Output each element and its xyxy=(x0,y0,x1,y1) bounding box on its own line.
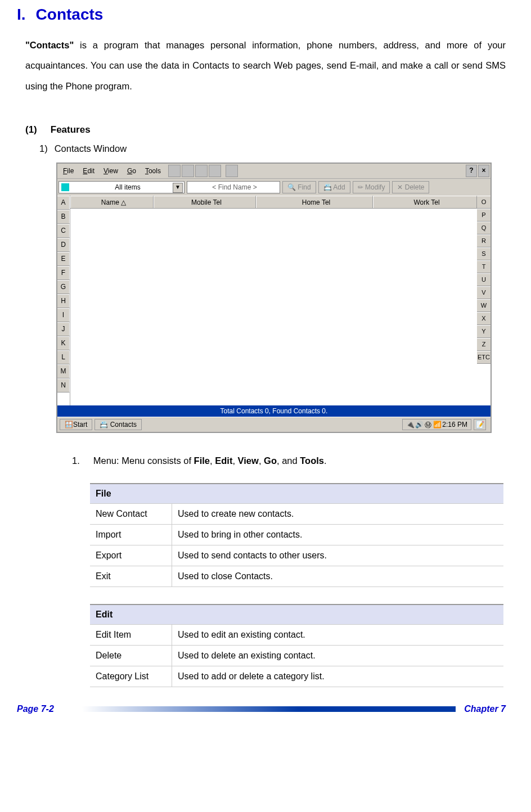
letter-button[interactable]: E xyxy=(57,252,70,266)
letter-button[interactable]: W xyxy=(477,299,490,312)
column-name[interactable]: Name △ xyxy=(70,196,154,208)
chevron-down-icon[interactable]: ▼ xyxy=(173,183,183,193)
main-title: I.Contacts xyxy=(17,6,506,24)
letter-button[interactable]: N xyxy=(57,378,70,393)
show-desktop-button[interactable]: 📝 xyxy=(474,419,486,430)
list-item: 1)Contacts Window xyxy=(39,143,506,154)
table-row: DeleteUsed to delete an existing contact… xyxy=(90,645,503,666)
description: "Contacts" is a program that manages per… xyxy=(25,35,506,96)
taskbar-app[interactable]: 📇 Contacts xyxy=(94,419,142,430)
toolbar-icon[interactable] xyxy=(195,165,208,177)
menu-go[interactable]: Go xyxy=(123,165,141,177)
desc-bold: "Contacts" xyxy=(25,40,74,50)
letter-button[interactable]: Y xyxy=(477,325,490,338)
letter-button[interactable]: H xyxy=(57,294,70,308)
table-row: ExportUsed to send contacts to other use… xyxy=(90,545,503,566)
clock: 2:16 PM xyxy=(442,421,467,428)
menu-view[interactable]: View xyxy=(99,165,123,177)
add-button[interactable]: 📇 Add xyxy=(318,181,350,193)
letter-button[interactable]: Q xyxy=(477,222,490,234)
find-button[interactable]: 🔍 Find xyxy=(282,181,316,193)
taskbar: 🪟Start 📇 Contacts 🔌 🔊 Ⓜ 📶 2:16 PM 📝 xyxy=(57,417,490,432)
statusbar: Total Contacts 0, Found Contacts 0. xyxy=(57,405,490,417)
page-footer: Page 7-2 Chapter 7 xyxy=(0,704,531,723)
help-button[interactable]: ? xyxy=(466,165,477,177)
page-number: Page 7-2 xyxy=(17,704,54,714)
table-header: Name △ Mobile Tel Home Tel Work Tel xyxy=(70,196,477,209)
item-text: Contacts Window xyxy=(55,143,127,154)
menu-tools[interactable]: Tools xyxy=(141,165,165,177)
column-work[interactable]: Work Tel xyxy=(373,196,477,208)
contacts-window: File Edit View Go Tools ? × xyxy=(56,163,492,433)
tray-icon[interactable]: 🔊 xyxy=(415,421,423,428)
letter-button[interactable]: P xyxy=(477,209,490,222)
letter-button[interactable]: L xyxy=(57,350,70,364)
column-mobile[interactable]: Mobile Tel xyxy=(154,196,256,208)
letter-button[interactable]: I xyxy=(57,308,70,322)
desc-text: is a program that manages personal infor… xyxy=(25,40,506,91)
letter-button[interactable]: R xyxy=(477,234,490,247)
letter-button[interactable]: B xyxy=(57,210,70,224)
file-menu-table: File New ContactUsed to create new conta… xyxy=(90,483,503,587)
letter-button[interactable]: Z xyxy=(477,338,490,351)
filter-text: All items xyxy=(115,183,140,191)
letter-button[interactable]: T xyxy=(477,260,490,273)
contacts-table: Name △ Mobile Tel Home Tel Work Tel xyxy=(70,196,477,405)
letter-button[interactable]: D xyxy=(57,238,70,252)
letter-button[interactable]: ETC xyxy=(477,351,490,364)
toolbar-icon[interactable] xyxy=(182,165,194,177)
screenshot-container: File Edit View Go Tools ? × xyxy=(17,163,506,433)
delete-button[interactable]: ✕ Delete xyxy=(392,181,429,193)
letter-button[interactable]: M xyxy=(57,364,70,378)
table-body xyxy=(70,209,477,405)
letter-button[interactable]: V xyxy=(477,286,490,299)
menu-file[interactable]: File xyxy=(58,165,78,177)
toolbar-icon[interactable] xyxy=(226,165,238,177)
search-input[interactable]: < Find Name > xyxy=(187,181,280,193)
menubar-icons xyxy=(168,165,238,177)
subsection-text: Features xyxy=(51,124,91,135)
close-button[interactable]: × xyxy=(478,165,489,177)
modify-button[interactable]: ✏ Modify xyxy=(353,181,390,193)
letter-button[interactable]: K xyxy=(57,336,70,350)
toolbar: All items ▼ < Find Name > 🔍 Find 📇 Add ✏… xyxy=(57,178,490,196)
letter-button[interactable]: O xyxy=(477,196,490,209)
letter-button[interactable]: A xyxy=(57,196,70,210)
letter-button[interactable]: G xyxy=(57,280,70,294)
filter-icon xyxy=(61,183,69,191)
letter-button[interactable]: S xyxy=(477,247,490,260)
letter-button[interactable]: U xyxy=(477,273,490,286)
letter-button[interactable]: F xyxy=(57,266,70,280)
table-row: New ContactUsed to create new contacts. xyxy=(90,503,503,524)
letter-button[interactable]: J xyxy=(57,322,70,336)
tray-icon[interactable]: 🔌 xyxy=(406,421,414,428)
table-row: ImportUsed to bring in other contacts. xyxy=(90,524,503,545)
tray-icon[interactable]: Ⓜ xyxy=(424,421,432,428)
letter-index-right: O P Q R S T U V W X Y Z ETC xyxy=(477,196,490,405)
menubar: File Edit View Go Tools ? × xyxy=(57,164,490,178)
menu-edit[interactable]: Edit xyxy=(78,165,99,177)
table-row: Category ListUsed to add or delete a cat… xyxy=(90,666,503,687)
section-number: I. xyxy=(17,6,26,23)
start-button[interactable]: 🪟Start xyxy=(60,419,92,430)
edit-menu-table: Edit Edit ItemUsed to edit an existing c… xyxy=(90,604,503,687)
filter-dropdown[interactable]: All items ▼ xyxy=(58,181,184,193)
chapter-number: Chapter 7 xyxy=(464,704,506,714)
table-header-file: File xyxy=(90,484,503,504)
table-row: ExitUsed to close Contacts. xyxy=(90,566,503,587)
tray-icon[interactable]: 📶 xyxy=(433,421,441,428)
table-header-edit: Edit xyxy=(90,605,503,625)
subsection-title: (1)Features xyxy=(25,124,506,136)
toolbar-icon[interactable] xyxy=(209,165,221,177)
column-home[interactable]: Home Tel xyxy=(256,196,373,208)
system-tray[interactable]: 🔌 🔊 Ⓜ 📶 2:16 PM xyxy=(402,419,471,430)
letter-button[interactable]: X xyxy=(477,312,490,325)
letter-index-left: A B C D E F G H I J K L M N xyxy=(57,196,70,405)
subsection-num: (1) xyxy=(25,124,37,135)
item-num: 1) xyxy=(39,143,48,154)
toolbar-icon[interactable] xyxy=(168,165,181,177)
numbered-num: 1. xyxy=(72,455,80,466)
letter-button[interactable]: C xyxy=(57,224,70,238)
footer-bar xyxy=(62,706,456,712)
table-area: A B C D E F G H I J K L M N N xyxy=(57,196,490,405)
